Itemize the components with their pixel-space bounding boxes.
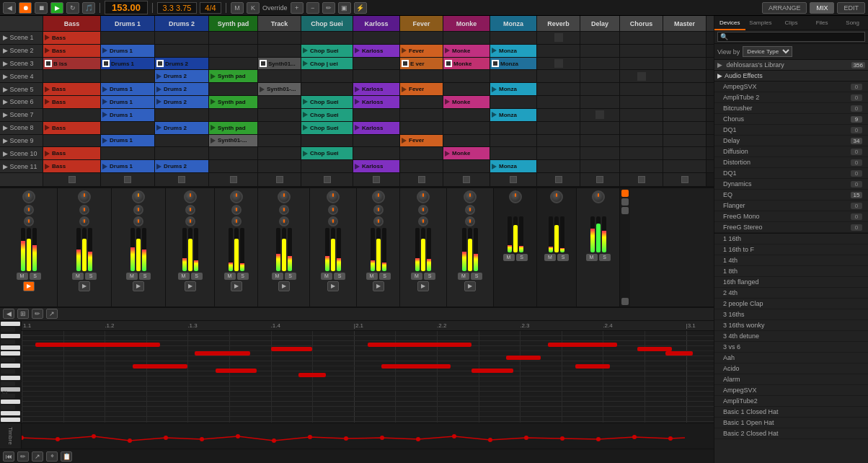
clip-chop-8[interactable]: Chop Suei: [301, 122, 353, 134]
clip-synth-8[interactable]: Synth pad: [209, 122, 258, 134]
clip-chorus-5[interactable]: [620, 83, 663, 95]
browser-tab-song[interactable]: Song: [837, 16, 868, 30]
knob-s1-monza[interactable]: [465, 205, 475, 215]
solo-karloss[interactable]: S: [334, 273, 345, 280]
mute-master[interactable]: M: [586, 254, 598, 261]
knob-s2-chop[interactable]: [279, 216, 289, 226]
edit-tab[interactable]: EDIT: [837, 2, 865, 14]
svg-point-10[interactable]: [380, 436, 384, 440]
track-header-chop[interactable]: Chop Suei: [301, 16, 353, 31]
clip-delay-9[interactable]: [580, 135, 620, 147]
browser-item-freeg-stereo[interactable]: FreeG Stereo 0: [714, 222, 868, 233]
clip-reverb-6[interactable]: [537, 96, 580, 108]
clip-track-5[interactable]: Synth01-...: [258, 83, 301, 95]
piano-key-1[interactable]: [1, 322, 20, 326]
stop-chop[interactable]: [301, 173, 353, 186]
fader-monza[interactable]: [468, 228, 472, 271]
browser-item-flanger[interactable]: Flanger 0: [714, 200, 868, 211]
svg-point-12[interactable]: [452, 434, 456, 438]
clip-bass-4[interactable]: [43, 70, 101, 82]
clip-monza-2[interactable]: Monza: [490, 45, 537, 57]
clip-monza-3[interactable]: Monza: [490, 58, 537, 70]
svg-point-18[interactable]: [668, 436, 673, 441]
clip-fever-10[interactable]: [400, 147, 443, 159]
stop-synth[interactable]: [209, 173, 258, 186]
note-3[interactable]: [271, 347, 313, 351]
mute-reverb[interactable]: M: [503, 254, 515, 261]
svg-point-11[interactable]: [416, 437, 420, 441]
clip-chop-2[interactable]: Chop Suei: [301, 45, 353, 57]
clip-bass-10[interactable]: Bass: [43, 147, 101, 159]
fader-drums1[interactable]: [82, 228, 87, 271]
knob-s1-drums2[interactable]: [133, 205, 143, 215]
tempo-display[interactable]: 153.00: [105, 1, 148, 14]
clip-item-18[interactable]: Basic 1 Open Hat: [714, 418, 868, 428]
clip-item-7[interactable]: 2 people Clap: [714, 299, 868, 309]
browser-item-dynamics[interactable]: Dynamics 0: [714, 179, 868, 190]
clip-fever-2[interactable]: Fever: [400, 45, 443, 57]
clip-master-8[interactable]: [663, 122, 707, 134]
track-header-fever[interactable]: Fever: [400, 16, 443, 31]
mute-drums1[interactable]: M: [72, 273, 84, 280]
track-header-reverb[interactable]: Reverb: [537, 16, 580, 31]
clip-master-5[interactable]: [663, 83, 707, 95]
clip-edit-select[interactable]: ↗: [46, 309, 58, 319]
scene-label-7[interactable]: ▶ Scene 7: [0, 109, 43, 121]
piano-key-2[interactable]: [1, 327, 15, 332]
arm-monke[interactable]: ▶: [417, 281, 429, 291]
mute-karloss[interactable]: M: [321, 273, 332, 280]
io-button-3[interactable]: [621, 207, 629, 214]
scene-label-11[interactable]: ▶ Scene 11: [0, 160, 43, 172]
clip-monke-6[interactable]: Monke: [443, 96, 490, 108]
knob-s1-drums1[interactable]: [79, 205, 89, 215]
scene-label-5[interactable]: ▶ Scene 5: [0, 83, 43, 95]
scene-label-4[interactable]: ▶ Scene 4: [0, 70, 43, 82]
clip-reverb-8[interactable]: [537, 122, 580, 134]
track-header-chorus[interactable]: Chorus: [620, 16, 663, 31]
piano-key-3[interactable]: [1, 334, 20, 338]
clip-monke-2[interactable]: Monke: [443, 45, 490, 57]
piano-key-12[interactable]: C1: [1, 387, 20, 392]
solo-monke[interactable]: S: [424, 273, 435, 280]
clip-drums2-7[interactable]: [155, 109, 209, 121]
knob-s1-synth[interactable]: [185, 205, 195, 215]
fader-chop[interactable]: [282, 228, 286, 271]
knob-pan-drums1[interactable]: [78, 190, 91, 203]
arm-bass[interactable]: ▶: [23, 281, 35, 291]
arm-synth[interactable]: ▶: [185, 281, 196, 291]
clip-fever-8[interactable]: [400, 122, 443, 134]
clip-chop-1[interactable]: [301, 32, 353, 44]
clip-chorus-10[interactable]: [620, 147, 663, 159]
scene-label-3[interactable]: ▶ Scene 3: [0, 58, 43, 70]
knob-pan-synth[interactable]: [184, 190, 197, 203]
clip-monza-4[interactable]: [490, 70, 537, 82]
clip-item-3[interactable]: 1 4th: [714, 255, 868, 266]
clip-fever-5[interactable]: Fever: [400, 83, 443, 95]
piano-key-11[interactable]: [1, 382, 15, 386]
clip-delay-11[interactable]: [580, 160, 620, 172]
piano-key-6[interactable]: [1, 351, 20, 356]
clip-item-10[interactable]: 3 4th detune: [714, 331, 868, 342]
clip-chorus-11[interactable]: [620, 160, 663, 172]
knob-s2-monza[interactable]: [465, 216, 475, 226]
clip-track-2[interactable]: [258, 45, 301, 57]
clip-drums2-9[interactable]: [155, 135, 209, 147]
clip-fever-7[interactable]: [400, 109, 443, 121]
stop-monke[interactable]: [443, 173, 490, 186]
clip-master-3[interactable]: [663, 58, 707, 70]
stop-monza[interactable]: [490, 173, 537, 186]
stop-bass[interactable]: [43, 173, 101, 186]
clip-reverb-11[interactable]: [537, 160, 580, 172]
knob-send2-bass[interactable]: [24, 216, 34, 226]
note-6[interactable]: [548, 343, 617, 347]
piano-key-4[interactable]: [1, 340, 15, 344]
clip-synth-3[interactable]: [209, 58, 258, 70]
clip-karloss-11[interactable]: Karloss: [353, 160, 400, 172]
knob-send1-bass[interactable]: [24, 205, 34, 215]
clip-chorus-8[interactable]: [620, 122, 663, 134]
clip-bass-5[interactable]: Bass: [43, 83, 101, 95]
clip-master-6[interactable]: [663, 96, 707, 108]
knob-s1-chop[interactable]: [279, 205, 289, 215]
knob-pan-karloss[interactable]: [327, 190, 340, 203]
clip-drums2-5[interactable]: Drums 2: [155, 83, 209, 95]
